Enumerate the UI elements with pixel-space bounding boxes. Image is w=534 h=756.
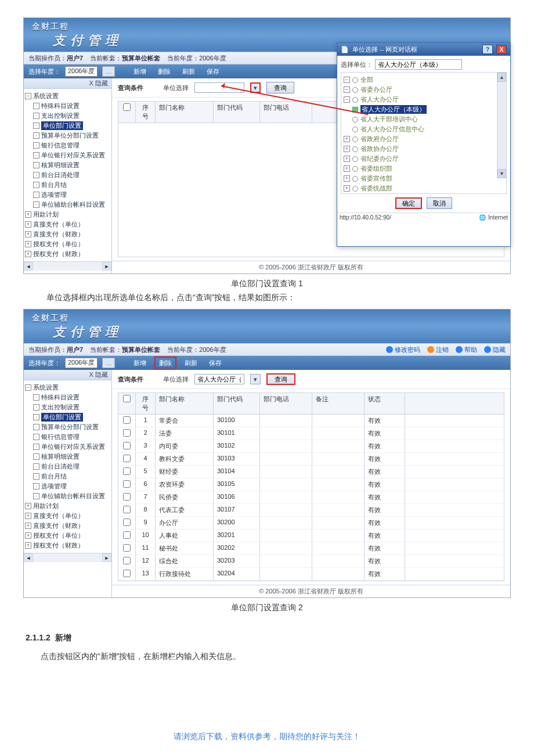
expand-icon[interactable]: +: [25, 513, 31, 519]
tree-hscroll[interactable]: ◄►: [24, 261, 111, 271]
tree-item[interactable]: 预算单位分部门设置: [41, 131, 99, 140]
year-select[interactable]: 2006年度: [65, 66, 98, 77]
table-row[interactable]: 2法委30101有效: [118, 427, 504, 440]
tree-item[interactable]: 单位银行对应关系设置: [41, 442, 105, 451]
tree-item[interactable]: 直接支付（单位）: [33, 220, 84, 229]
dialog-scrollbar[interactable]: ▲▼: [497, 73, 506, 178]
refresh-button[interactable]: 刷新: [179, 66, 199, 77]
logout-link[interactable]: 注销: [427, 345, 449, 354]
select-all-checkbox[interactable]: [123, 103, 131, 111]
year-picker-button[interactable]: …: [102, 358, 115, 368]
row-checkbox[interactable]: [123, 429, 131, 437]
table-row[interactable]: 7民侨委30106有效: [118, 491, 504, 504]
table-row[interactable]: 13行政接待处30204有效: [118, 568, 504, 581]
tree-item[interactable]: 前台月结: [41, 181, 67, 189]
save-button[interactable]: 保存: [205, 358, 225, 369]
expand-icon[interactable]: +: [25, 251, 31, 257]
table-row[interactable]: 11秘书处30202有效: [118, 542, 504, 555]
dialog-tree-node[interactable]: 省人大办公厅（本级）: [360, 105, 427, 114]
tree-item[interactable]: 银行信息管理: [41, 433, 80, 441]
expand-icon[interactable]: +: [25, 523, 31, 529]
tree-item[interactable]: 核算明细设置: [41, 452, 80, 461]
save-button[interactable]: 保存: [203, 66, 223, 77]
tree-item[interactable]: 银行信息管理: [41, 141, 80, 150]
table-row[interactable]: 4教科文委30103有效: [118, 453, 504, 466]
hide-tree-tab[interactable]: X 隐藏: [24, 78, 111, 89]
tree-item[interactable]: 选项管理: [41, 482, 67, 491]
row-checkbox[interactable]: [123, 480, 131, 488]
row-checkbox[interactable]: [123, 531, 131, 539]
tree-item[interactable]: 选项管理: [41, 190, 67, 199]
dialog-tree-node[interactable]: 省人大办公厅: [360, 95, 399, 104]
query-button[interactable]: 查询: [266, 373, 295, 385]
row-checkbox[interactable]: [123, 570, 131, 577]
tree-item[interactable]: 单位部门设置: [41, 413, 83, 422]
row-checkbox[interactable]: [123, 519, 131, 526]
dialog-tree-node[interactable]: 省纪委办公厅: [360, 154, 399, 163]
row-checkbox[interactable]: [123, 557, 131, 564]
dialog-tree-node[interactable]: 省人大干部培训中心: [360, 115, 418, 124]
help-link[interactable]: 帮助: [456, 345, 477, 354]
select-all-checkbox[interactable]: [123, 395, 131, 402]
tree-item[interactable]: 单位辅助台帐科目设置: [41, 492, 105, 501]
tree-item[interactable]: 单位辅助台帐科目设置: [41, 200, 105, 209]
tree-item[interactable]: 特殊科目设置: [41, 393, 80, 402]
tree-item[interactable]: 支出控制设置: [41, 403, 80, 412]
dialog-help-button[interactable]: ?: [482, 45, 493, 54]
dialog-tree-node[interactable]: 省委组织部: [360, 164, 392, 173]
tree-item[interactable]: 授权支付（单位）: [33, 240, 84, 249]
dialog-ok-button[interactable]: 确定: [395, 197, 422, 209]
table-row[interactable]: 3内司委30102有效: [118, 440, 504, 453]
tree-item[interactable]: 前台月结: [41, 472, 67, 481]
tree-item[interactable]: 支出控制设置: [41, 111, 80, 120]
expand-icon[interactable]: +: [25, 542, 31, 549]
table-row[interactable]: 12综合处30203有效: [118, 555, 504, 568]
unit-picker-button[interactable]: ▾: [250, 374, 261, 384]
change-password-link[interactable]: 修改密码: [386, 345, 420, 354]
delete-button[interactable]: 删除: [154, 357, 176, 370]
dialog-tree-node[interactable]: 省人大办公厅信息中心: [360, 125, 424, 134]
hide-tree-tab[interactable]: X 隐藏: [24, 370, 111, 380]
table-row[interactable]: 9办公厅30200有效: [118, 517, 504, 530]
table-row[interactable]: 8代表工委30107有效: [118, 504, 504, 517]
row-checkbox[interactable]: [123, 493, 131, 501]
dialog-tree-node[interactable]: 省委宣传部: [360, 174, 392, 183]
expand-icon[interactable]: −: [25, 93, 31, 99]
tree-item[interactable]: 用款计划: [33, 210, 59, 219]
dialog-close-button[interactable]: X: [496, 45, 507, 54]
delete-button[interactable]: 删除: [154, 66, 174, 77]
row-checkbox[interactable]: [123, 416, 131, 424]
unit-input[interactable]: [194, 374, 244, 384]
row-checkbox[interactable]: [123, 455, 131, 462]
tree-item[interactable]: 授权支付（单位）: [33, 531, 84, 540]
table-row[interactable]: 5财经委30104有效: [118, 466, 504, 478]
tree-item[interactable]: 核算明细设置: [41, 161, 80, 170]
expand-icon[interactable]: +: [25, 231, 31, 237]
add-button[interactable]: 新增: [130, 358, 150, 369]
tree-item[interactable]: 单位部门设置: [41, 121, 83, 130]
dialog-tree-node[interactable]: 省政协办公厅: [360, 145, 399, 153]
dialog-unit-input[interactable]: [375, 59, 462, 70]
row-checkbox[interactable]: [123, 442, 131, 449]
tree-item[interactable]: 直接支付（财政）: [33, 230, 84, 239]
tree-root[interactable]: 系统设置: [33, 92, 59, 100]
tree-item[interactable]: 前台日清处理: [41, 462, 80, 471]
year-select[interactable]: 2006年度: [65, 358, 98, 368]
tree-item[interactable]: 单位银行对应关系设置: [41, 151, 105, 160]
year-picker-button[interactable]: …: [102, 66, 115, 77]
dialog-cancel-button[interactable]: 取消: [427, 197, 452, 209]
hide-link[interactable]: 隐藏: [484, 345, 506, 354]
tree-item[interactable]: 预算单位分部门设置: [41, 423, 99, 431]
dialog-tree-node[interactable]: 省委办公厅: [360, 85, 392, 94]
tree-hscroll[interactable]: ◄►: [24, 553, 111, 562]
query-button[interactable]: 查询: [266, 82, 294, 93]
table-row[interactable]: 6农资环委30105有效: [118, 478, 504, 491]
expand-icon[interactable]: +: [25, 221, 31, 228]
tree-item[interactable]: 用款计划: [33, 502, 59, 510]
tree-item[interactable]: 特殊科目设置: [41, 102, 80, 110]
expand-icon[interactable]: +: [25, 241, 31, 247]
refresh-button[interactable]: 刷新: [181, 358, 201, 369]
tree-item[interactable]: 直接支付（财政）: [33, 521, 84, 530]
tree-item[interactable]: 授权支付（财政）: [33, 250, 84, 258]
expand-icon[interactable]: +: [25, 211, 31, 218]
